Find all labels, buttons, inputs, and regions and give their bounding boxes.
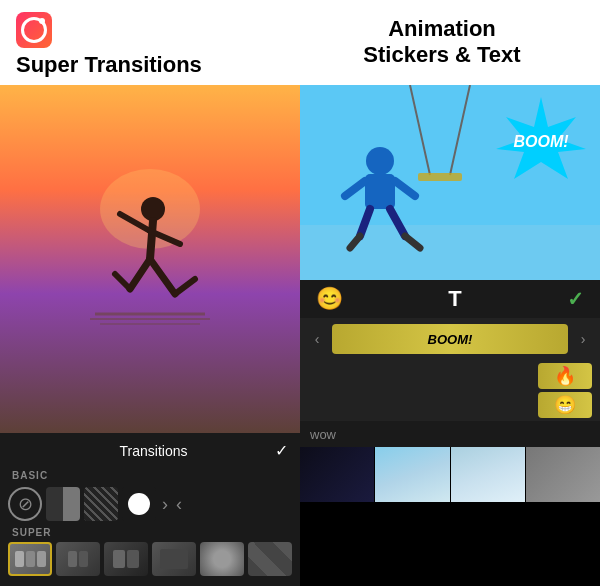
fire-emoji-chip[interactable]: 🔥 (538, 363, 592, 389)
confirm-check-icon[interactable]: ✓ (567, 287, 584, 311)
svg-line-7 (150, 259, 175, 294)
svg-line-20 (395, 181, 415, 196)
emoji-sticker-icon[interactable]: 😊 (316, 286, 343, 312)
app-logo-icon (16, 12, 52, 48)
half-transition-icon[interactable] (46, 487, 80, 521)
boy-figure (330, 136, 430, 260)
basic-icons-row: ⊘ › ‹ (0, 483, 300, 525)
text-tool-icon[interactable]: T (448, 286, 461, 312)
svg-line-21 (360, 209, 370, 236)
dots-transition-icon[interactable] (84, 487, 118, 521)
boom-text: BOOM! (513, 133, 569, 150)
smile-emoji-chip[interactable]: 😁 (538, 392, 592, 418)
svg-line-19 (345, 181, 365, 196)
film-frame-3[interactable] (450, 447, 525, 502)
transitions-bar: Transitions ✓ (0, 433, 300, 464)
arrow-left-icon[interactable]: ‹ (174, 494, 184, 515)
dancer-image (0, 85, 300, 433)
basic-section-label: BASIC (0, 468, 300, 483)
super-section-label: SUPER (0, 525, 300, 540)
super-thumb-2[interactable] (56, 542, 100, 576)
transitions-sections: BASIC ⊘ › ‹ SUPER (0, 464, 300, 586)
circle-transition-icon[interactable] (122, 487, 156, 521)
right-panel: BOOM! 😊 T ✓ ‹ BOOM! › 🔥 😁 (300, 85, 600, 586)
boom-sticker-container: BOOM! (496, 97, 586, 182)
sticker-left-arrow[interactable]: ‹ (308, 331, 326, 347)
svg-line-8 (175, 279, 195, 294)
super-thumb-5[interactable] (200, 542, 244, 576)
sticker-track-label: BOOM! (428, 332, 473, 347)
swing-image: BOOM! (300, 85, 600, 280)
svg-line-6 (115, 274, 130, 289)
header: Super Transitions AnimationStickers & Te… (0, 0, 600, 85)
logo-area: Super Transitions (16, 12, 300, 77)
super-thumb-4[interactable] (152, 542, 196, 576)
transitions-label: Transitions (32, 443, 275, 459)
sticker-editor: ‹ BOOM! › (300, 318, 600, 360)
arrow-right-icon[interactable]: › (160, 494, 170, 515)
wow-bar: wow (300, 421, 600, 447)
svg-rect-18 (365, 174, 395, 209)
filmstrip (300, 447, 600, 502)
super-thumb-6[interactable] (248, 542, 292, 576)
film-frame-4[interactable] (525, 447, 600, 502)
sticker-toolbar: 😊 T ✓ (300, 280, 600, 318)
film-frame-2[interactable] (374, 447, 449, 502)
super-thumb-3[interactable] (104, 542, 148, 576)
svg-line-23 (350, 236, 360, 248)
svg-line-24 (405, 236, 420, 248)
transitions-check-icon[interactable]: ✓ (275, 441, 288, 460)
svg-line-5 (130, 259, 150, 289)
no-transition-icon[interactable]: ⊘ (8, 487, 42, 521)
sticker-right-arrow[interactable]: › (574, 331, 592, 347)
svg-line-22 (390, 209, 405, 236)
sticker-track[interactable]: BOOM! (332, 324, 568, 354)
svg-point-17 (366, 147, 394, 175)
left-panel: Transitions ✓ BASIC ⊘ › ‹ SUPER (0, 85, 300, 586)
right-panel-title: AnimationStickers & Text (363, 16, 520, 69)
super-icons-row (0, 540, 300, 578)
boy-silhouette (330, 136, 430, 256)
svg-line-2 (150, 221, 153, 259)
dancer-silhouette (85, 149, 215, 369)
emoji-chips-area: 🔥 😁 (300, 360, 600, 421)
boom-star-svg: BOOM! (496, 97, 586, 182)
main-content: Transitions ✓ BASIC ⊘ › ‹ SUPER (0, 85, 600, 586)
right-area: AnimationStickers & Text (300, 12, 584, 69)
super-thumb-1[interactable] (8, 542, 52, 576)
wow-label: wow (310, 427, 336, 442)
left-panel-title: Super Transitions (16, 52, 202, 77)
film-frame-1[interactable] (300, 447, 374, 502)
